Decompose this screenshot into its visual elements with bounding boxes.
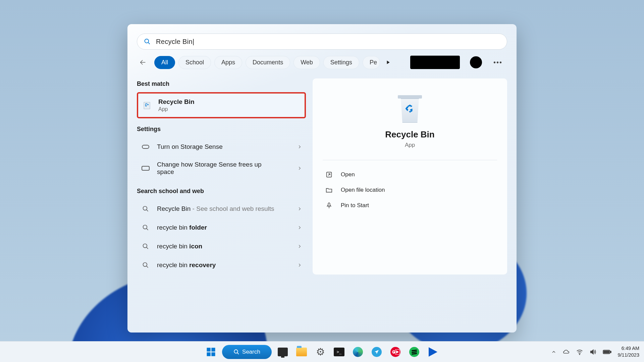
search-icon <box>141 223 150 232</box>
result-title: recycle bin recovery <box>157 261 297 269</box>
recycle-bin-large-icon <box>398 93 422 123</box>
folder-icon <box>325 186 333 194</box>
svg-rect-4 <box>144 102 150 109</box>
battery-icon[interactable] <box>603 349 611 355</box>
clock-date: 9/11/2023 <box>618 352 639 359</box>
back-button[interactable] <box>137 56 149 68</box>
pin-icon <box>325 202 333 209</box>
filter-row: All School Apps Documents Web Settings P… <box>137 56 507 69</box>
settings-app-button[interactable]: ⚙ <box>313 344 328 360</box>
result-title: Turn on Storage Sense <box>157 143 297 150</box>
search-label: Search <box>242 349 260 355</box>
filter-all[interactable]: All <box>154 56 175 69</box>
search-icon <box>141 204 150 214</box>
chevron-right-icon <box>297 206 302 211</box>
search-icon <box>141 260 150 270</box>
terminal-app-button[interactable]: >_ <box>331 344 347 360</box>
chevron-right-icon <box>297 225 302 230</box>
result-title: recycle bin icon <box>157 243 297 250</box>
preview-title: Recycle Bin <box>323 129 497 140</box>
best-match-item[interactable]: Recycle Bin App <box>137 92 306 118</box>
web-item[interactable]: recycle bin icon <box>137 237 306 256</box>
open-icon <box>325 171 333 178</box>
svg-point-0 <box>145 39 149 43</box>
file-explorer-button[interactable] <box>294 344 309 360</box>
svg-line-12 <box>147 266 148 268</box>
more-options-button[interactable]: ••• <box>493 59 502 66</box>
svg-rect-19 <box>211 352 215 356</box>
search-icon <box>144 38 151 45</box>
action-label: Open <box>341 171 355 178</box>
svg-line-14 <box>328 174 330 176</box>
media-app-button[interactable] <box>425 344 441 360</box>
search-box[interactable]: Recycle Bin <box>137 34 507 50</box>
wifi-icon[interactable] <box>576 348 583 356</box>
spotify-app-button[interactable] <box>407 344 422 360</box>
chevron-right-icon <box>297 263 302 267</box>
edge-browser-button[interactable] <box>350 344 366 360</box>
action-pin[interactable]: Pin to Start <box>323 198 497 213</box>
storage-icon <box>141 164 150 173</box>
taskbar-search-button[interactable]: Search <box>222 345 272 359</box>
svg-point-5 <box>143 206 147 210</box>
action-label: Open file location <box>341 187 385 193</box>
search-panel: Recycle Bin All School Apps Documents We… <box>127 24 517 333</box>
svg-rect-16 <box>207 348 211 351</box>
chevron-right-icon <box>297 244 302 249</box>
result-subtitle: App <box>158 106 301 112</box>
tray-overflow-icon[interactable] <box>551 349 556 355</box>
chevron-right-icon <box>297 144 302 149</box>
clock-time: 6:49 AM <box>618 345 639 352</box>
svg-rect-18 <box>207 352 211 356</box>
svg-rect-25 <box>610 351 611 353</box>
result-title: recycle bin folder <box>157 224 297 231</box>
section-settings: Settings <box>137 126 306 133</box>
action-label: Pin to Start <box>341 202 369 209</box>
svg-marker-3 <box>387 61 389 64</box>
onedrive-icon[interactable] <box>562 348 570 356</box>
svg-line-8 <box>147 229 148 230</box>
filter-next-button[interactable] <box>383 58 393 67</box>
svg-marker-23 <box>591 350 593 354</box>
web-item[interactable]: recycle bin folder <box>137 218 306 237</box>
task-view-button[interactable] <box>275 344 290 360</box>
preview-type: App <box>323 142 497 148</box>
web-item[interactable]: recycle bin recovery <box>137 256 306 275</box>
search-input[interactable]: Recycle Bin <box>156 38 500 46</box>
result-title: Change how Storage Sense frees up space <box>157 161 264 176</box>
settings-item-storage-sense-space[interactable]: Change how Storage Sense frees up space <box>137 156 306 180</box>
filter-school[interactable]: School <box>178 56 211 69</box>
svg-rect-26 <box>604 351 609 353</box>
svg-rect-17 <box>211 348 215 351</box>
clock[interactable]: 6:49 AM 9/11/2023 <box>618 345 639 358</box>
search-icon <box>141 242 150 251</box>
svg-line-6 <box>147 210 148 212</box>
volume-icon[interactable] <box>589 348 597 356</box>
user-avatar[interactable] <box>470 56 482 68</box>
taskbar: Search ⚙ >_ 6:49 AM 9/11/2023 <box>0 341 644 362</box>
filter-people[interactable]: Pe <box>363 56 380 69</box>
recycle-bin-icon <box>142 101 152 110</box>
svg-point-7 <box>143 225 147 229</box>
web-item[interactable]: Recycle Bin - See school and web results <box>137 199 306 218</box>
action-open[interactable]: Open <box>323 167 497 182</box>
chevron-right-icon <box>297 166 302 171</box>
filter-apps[interactable]: Apps <box>214 56 242 69</box>
telegram-app-button[interactable] <box>369 344 384 360</box>
filter-documents[interactable]: Documents <box>246 56 290 69</box>
results-list: Best match Recycle Bin App Settings Turn… <box>137 78 306 275</box>
settings-item-storage-sense[interactable]: Turn on Storage Sense <box>137 137 306 156</box>
result-title: Recycle Bin - See school and web results <box>157 205 297 213</box>
section-web: Search school and web <box>137 188 306 195</box>
svg-line-1 <box>148 43 150 44</box>
start-button[interactable] <box>203 344 219 360</box>
action-open-location[interactable]: Open file location <box>323 182 497 198</box>
svg-point-11 <box>143 263 147 267</box>
divider <box>323 160 497 160</box>
section-best-match: Best match <box>137 80 306 87</box>
svg-line-10 <box>147 247 148 249</box>
youtube-music-button[interactable] <box>388 344 403 360</box>
result-title: Recycle Bin <box>158 98 301 106</box>
filter-web[interactable]: Web <box>293 56 320 69</box>
filter-settings[interactable]: Settings <box>323 56 359 69</box>
